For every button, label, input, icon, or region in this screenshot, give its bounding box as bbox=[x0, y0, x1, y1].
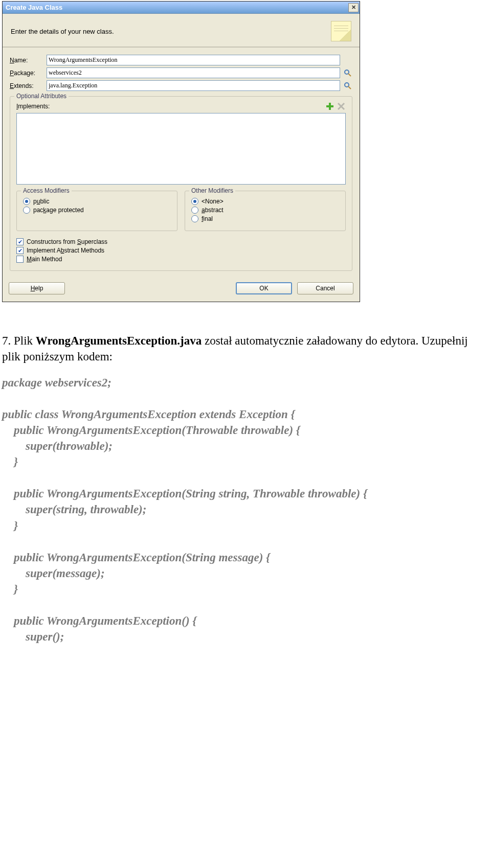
radio-packprot-label: package protected bbox=[33, 207, 84, 214]
checkbox-icon: ✔ bbox=[16, 238, 24, 245]
radio-public[interactable]: public bbox=[23, 198, 171, 205]
package-input[interactable] bbox=[47, 67, 340, 78]
close-button[interactable]: ✕ bbox=[348, 3, 359, 12]
radio-icon bbox=[23, 198, 30, 205]
remove-implements-icon[interactable] bbox=[337, 102, 346, 111]
radio-final[interactable]: final bbox=[191, 215, 339, 222]
name-label: Name: bbox=[10, 57, 47, 64]
help-button[interactable]: Help bbox=[9, 282, 65, 294]
browse-package-icon[interactable] bbox=[343, 68, 352, 78]
radio-none-label: <None> bbox=[202, 198, 224, 205]
radio-package-protected[interactable]: package protected bbox=[23, 207, 171, 214]
code-block: package webservices2; public class Wrong… bbox=[2, 375, 483, 645]
svg-point-2 bbox=[345, 83, 349, 87]
radio-icon bbox=[191, 207, 198, 214]
text: 7. Plik bbox=[2, 334, 36, 347]
checkbox-icon: ✔ bbox=[16, 247, 24, 254]
other-legend: Other Modifiers bbox=[189, 187, 235, 194]
radio-final-label: final bbox=[202, 215, 213, 222]
note-icon bbox=[331, 21, 351, 41]
add-implements-icon[interactable] bbox=[325, 102, 334, 111]
check-implement-label: Implement Abstract Methods bbox=[27, 247, 104, 254]
radio-none[interactable]: <None> bbox=[191, 198, 339, 205]
radio-icon bbox=[191, 215, 198, 222]
check-main-method[interactable]: Main Method bbox=[16, 256, 346, 263]
dialog-title: Create Java Class bbox=[6, 4, 62, 11]
browse-extends-icon[interactable] bbox=[343, 81, 352, 90]
check-implement-abstract[interactable]: ✔ Implement Abstract Methods bbox=[16, 247, 346, 254]
dialog-subtitle: Enter the details of your new class. bbox=[11, 28, 331, 35]
check-constructors[interactable]: ✔ Constructors from Superclass bbox=[16, 238, 346, 245]
text-bold: WrongArgumentsException.java bbox=[36, 334, 202, 347]
svg-point-0 bbox=[345, 70, 349, 74]
radio-icon bbox=[191, 198, 198, 205]
package-label: Package: bbox=[10, 70, 47, 77]
radio-abstract-label: abstract bbox=[202, 207, 224, 214]
access-modifiers-group: Access Modifiers public package protecte… bbox=[16, 191, 177, 231]
other-modifiers-group: Other Modifiers <None> abstract final bbox=[185, 191, 346, 231]
ok-button[interactable]: OK bbox=[236, 282, 292, 294]
dialog-titlebar[interactable]: Create Java Class ✕ bbox=[3, 2, 360, 14]
implements-label: Implements: bbox=[16, 103, 50, 110]
name-input[interactable] bbox=[47, 55, 340, 65]
checkbox-icon bbox=[16, 256, 24, 263]
optional-attributes-group: Optional Attributes Implements: Access M… bbox=[10, 96, 352, 271]
create-java-class-dialog: Create Java Class ✕ Enter the details of… bbox=[2, 1, 360, 302]
radio-icon bbox=[23, 207, 30, 214]
radio-public-label: public bbox=[33, 198, 49, 205]
svg-rect-5 bbox=[326, 105, 333, 107]
check-constructors-label: Constructors from Superclass bbox=[27, 238, 107, 245]
check-main-label: Main Method bbox=[27, 256, 62, 263]
document-text: 7. Plik WrongArgumentsException.java zos… bbox=[2, 333, 483, 645]
cancel-button[interactable]: Cancel bbox=[297, 282, 353, 294]
dialog-header: Enter the details of your new class. bbox=[3, 14, 360, 48]
svg-line-1 bbox=[348, 74, 351, 76]
optional-legend: Optional Attributes bbox=[14, 93, 69, 100]
svg-line-3 bbox=[348, 86, 351, 89]
implements-list[interactable] bbox=[16, 113, 346, 185]
dialog-footer: Help OK Cancel bbox=[3, 278, 360, 302]
radio-abstract[interactable]: abstract bbox=[191, 207, 339, 214]
extends-label: Extends: bbox=[10, 82, 47, 89]
access-legend: Access Modifiers bbox=[21, 187, 72, 194]
extends-input[interactable] bbox=[47, 80, 340, 91]
